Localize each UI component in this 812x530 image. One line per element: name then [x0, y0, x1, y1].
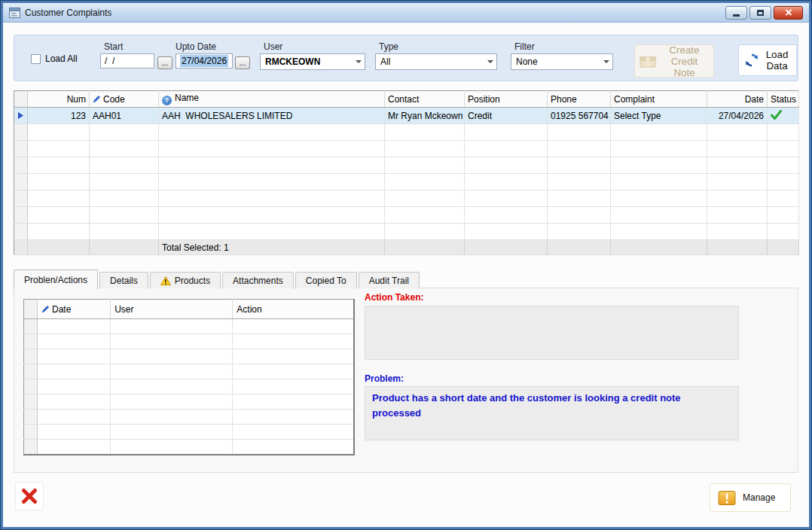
cell-code[interactable]: AAH01 — [90, 108, 159, 124]
total-selected: Total Selected: 1 — [159, 240, 385, 255]
problem-field[interactable]: Product has a short date and the custome… — [365, 386, 739, 440]
row-selector-arrow-icon — [17, 112, 24, 119]
empty-row[interactable] — [14, 190, 799, 207]
exit-button[interactable] — [15, 482, 44, 510]
column-header-contact[interactable]: Contact — [385, 91, 465, 108]
upto-date-value: 27/04/2026 — [180, 55, 228, 67]
actions-column-action[interactable]: Action — [233, 300, 354, 319]
help-icon: ? — [162, 96, 172, 105]
warning-box-icon — [718, 490, 736, 506]
close-button[interactable] — [774, 6, 803, 20]
row-selector-header — [14, 91, 28, 108]
column-header-date[interactable]: Date — [707, 91, 768, 108]
empty-row[interactable] — [14, 157, 799, 174]
tab-attachments[interactable]: Attachments — [222, 272, 294, 288]
column-header-code[interactable]: Code — [90, 91, 159, 108]
load-data-button[interactable]: Load Data — [738, 44, 797, 76]
grid-footer-row: Total Selected: 1 — [14, 240, 799, 255]
load-all-label: Load All — [45, 53, 78, 64]
chevron-down-icon — [484, 54, 496, 69]
action-taken-field[interactable] — [365, 306, 739, 360]
column-header-position[interactable]: Position — [465, 91, 548, 108]
minimize-button[interactable] — [725, 6, 747, 20]
actions-empty-row[interactable] — [24, 394, 355, 410]
tab-products[interactable]: Products — [150, 272, 221, 288]
filter-bar: Load All Start / / ... Upto Date 27/04/2… — [14, 35, 798, 81]
manage-button[interactable]: Manage — [710, 483, 791, 512]
column-header-status[interactable]: Status — [768, 91, 799, 108]
upto-date-label: Upto Date — [176, 41, 216, 52]
column-header-num[interactable]: Num — [28, 91, 90, 108]
user-value: RMCKEOWN — [265, 56, 320, 67]
upto-date-field[interactable]: 27/04/2026 — [176, 53, 233, 69]
cell-position[interactable]: Credit — [465, 108, 548, 124]
cell-contact[interactable]: Mr Ryan Mckeown — [385, 108, 465, 124]
problem-label: Problem: — [365, 373, 404, 384]
tab-audit-trail[interactable]: Audit Trail — [359, 272, 420, 288]
actions-empty-row[interactable] — [24, 425, 355, 440]
type-value: All — [380, 56, 390, 67]
window-body: Customer Complaints Load All Start / / .… — [3, 3, 809, 527]
load-data-label: Load Data — [763, 49, 791, 72]
refresh-icon — [744, 53, 759, 68]
maximize-button[interactable] — [749, 6, 771, 20]
filter-label: Filter — [514, 41, 535, 52]
checkbox-icon[interactable] — [31, 54, 41, 64]
chevron-down-icon — [600, 54, 612, 69]
type-label: Type — [379, 41, 398, 52]
user-label: User — [264, 41, 282, 52]
cell-phone[interactable]: 01925 567704 — [548, 108, 611, 124]
minimize-icon — [733, 14, 740, 17]
column-header-complaint[interactable]: Complaint — [611, 91, 707, 108]
start-date-value: / / — [105, 56, 114, 66]
tab-copied-to[interactable]: Copied To — [295, 272, 357, 288]
actions-grid-header: Date User Action — [24, 300, 355, 319]
cell-name[interactable]: AAH WHOLESALERS LIMITED — [159, 108, 385, 124]
action-taken-label: Action Taken: — [365, 292, 423, 303]
empty-row[interactable] — [14, 124, 799, 141]
window-title: Customer Complaints — [25, 8, 111, 18]
package-icon — [640, 54, 656, 68]
cell-complaint[interactable]: Select Type — [611, 108, 707, 124]
close-icon — [785, 9, 792, 16]
customer-complaints-window: Customer Complaints Load All Start / / .… — [0, 0, 812, 530]
actions-empty-row[interactable] — [24, 410, 355, 425]
cell-status[interactable] — [768, 108, 799, 124]
warning-icon — [160, 276, 171, 285]
actions-empty-row[interactable] — [24, 440, 355, 455]
empty-row[interactable] — [14, 207, 799, 224]
user-select[interactable]: RMCKEOWN — [260, 53, 365, 70]
create-credit-note-label: Create Credit Note — [660, 44, 709, 78]
actions-empty-row[interactable] — [24, 319, 355, 334]
tab-problem-actions[interactable]: Problen/Actions — [14, 270, 98, 289]
actions-column-date[interactable]: Date — [38, 300, 111, 319]
upto-date-browse-button[interactable]: ... — [235, 56, 250, 69]
load-all-checkbox[interactable]: Load All — [31, 53, 78, 64]
empty-row[interactable] — [14, 174, 799, 190]
empty-row[interactable] — [14, 141, 799, 157]
create-credit-note-button[interactable]: Create Credit Note — [634, 44, 714, 78]
problem-actions-panel: Date User Action — [14, 288, 798, 473]
actions-empty-row[interactable] — [24, 349, 355, 364]
column-header-name[interactable]: ?Name — [159, 91, 385, 108]
actions-empty-row[interactable] — [24, 334, 355, 349]
row-selector-cell[interactable] — [14, 108, 28, 124]
app-icon — [9, 8, 20, 18]
red-x-icon — [20, 487, 38, 505]
actions-empty-row[interactable] — [24, 364, 355, 379]
complaints-grid: Num Code ?Name Contact Position Phone Co… — [14, 90, 799, 255]
start-date-label: Start — [104, 41, 123, 52]
actions-column-user[interactable]: User — [111, 300, 233, 319]
start-date-browse-button[interactable]: ... — [157, 56, 172, 69]
actions-empty-row[interactable] — [24, 379, 355, 394]
tab-details[interactable]: Details — [99, 272, 148, 288]
filter-select[interactable]: None — [511, 53, 613, 70]
cell-num[interactable]: 123 — [28, 108, 90, 124]
titlebar[interactable]: Customer Complaints — [3, 3, 809, 23]
start-date-field[interactable]: / / — [100, 53, 154, 69]
complaint-row-selected[interactable]: 123 AAH01 AAH WHOLESALERS LIMITED Mr Rya… — [14, 108, 799, 124]
empty-row[interactable] — [14, 224, 799, 240]
cell-date[interactable]: 27/04/2026 — [707, 108, 768, 124]
type-select[interactable]: All — [375, 53, 497, 70]
column-header-phone[interactable]: Phone — [548, 91, 611, 108]
